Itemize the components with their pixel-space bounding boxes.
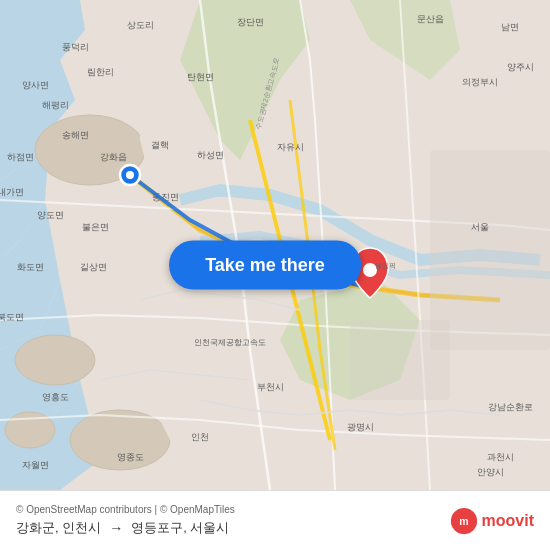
svg-text:불은면: 불은면	[82, 222, 109, 232]
svg-text:결핵: 결핵	[151, 140, 169, 150]
arrow-icon: →	[109, 520, 123, 536]
svg-text:림한리: 림한리	[87, 67, 114, 77]
svg-rect-5	[430, 150, 550, 350]
moovit-brand-text: moovit	[482, 512, 534, 530]
svg-text:내가면: 내가면	[0, 187, 24, 197]
svg-text:광명시: 광명시	[347, 422, 374, 432]
svg-text:영종도: 영종도	[117, 452, 144, 462]
map-container: 풍덕리 상도리 장단면 문산읍 남면 양사면 해평리 림한리 탄현면 송해면 강…	[0, 0, 550, 490]
svg-text:m: m	[459, 515, 468, 527]
svg-rect-6	[350, 320, 450, 400]
svg-text:장단면: 장단면	[237, 17, 264, 27]
svg-text:서울: 서울	[471, 222, 489, 232]
svg-text:강화읍: 강화읍	[100, 152, 127, 162]
svg-text:풍덕리: 풍덕리	[62, 42, 89, 52]
attribution-text: © OpenStreetMap contributors | © OpenMap…	[16, 504, 450, 515]
svg-text:안양시: 안양시	[477, 467, 504, 477]
svg-text:강남순환로: 강남순환로	[488, 402, 533, 412]
svg-text:하점면: 하점면	[7, 152, 34, 162]
svg-text:상도리: 상도리	[127, 20, 154, 30]
svg-text:자유시: 자유시	[277, 142, 304, 152]
route-info: 강화군, 인천시 → 영등포구, 서울시	[16, 519, 450, 537]
svg-text:하성면: 하성면	[197, 150, 224, 160]
svg-text:인천국제공항고속도: 인천국제공항고속도	[194, 338, 266, 347]
svg-text:양사면: 양사면	[22, 80, 49, 90]
svg-text:송해면: 송해면	[62, 130, 89, 140]
svg-text:해평리: 해평리	[42, 100, 69, 110]
svg-text:화도면: 화도면	[17, 262, 44, 272]
moovit-logo: m moovit	[450, 507, 534, 535]
take-me-there-button[interactable]: Take me there	[169, 241, 361, 290]
svg-text:자월면: 자월면	[22, 460, 49, 470]
svg-text:인천: 인천	[191, 432, 209, 442]
svg-point-44	[126, 171, 134, 179]
svg-text:북도면: 북도면	[0, 312, 24, 322]
svg-text:양주시: 양주시	[507, 62, 534, 72]
svg-text:올림픽: 올림픽	[375, 262, 396, 270]
moovit-icon: m	[450, 507, 478, 535]
svg-text:남면: 남면	[501, 22, 519, 32]
svg-text:의정부시: 의정부시	[462, 77, 498, 87]
svg-text:영흥도: 영흥도	[42, 392, 69, 402]
from-location: 강화군, 인천시	[16, 519, 101, 537]
footer-left: © OpenStreetMap contributors | © OpenMap…	[16, 504, 450, 537]
svg-point-2	[15, 335, 95, 385]
svg-text:부천시: 부천시	[257, 382, 284, 392]
svg-text:과천시: 과천시	[487, 452, 514, 462]
svg-text:길상면: 길상면	[80, 262, 107, 272]
to-location: 영등포구, 서울시	[131, 519, 229, 537]
svg-text:탄현면: 탄현면	[187, 72, 214, 82]
svg-text:양도면: 양도면	[37, 210, 64, 220]
footer: © OpenStreetMap contributors | © OpenMap…	[0, 490, 550, 550]
svg-text:문산읍: 문산읍	[417, 14, 444, 24]
